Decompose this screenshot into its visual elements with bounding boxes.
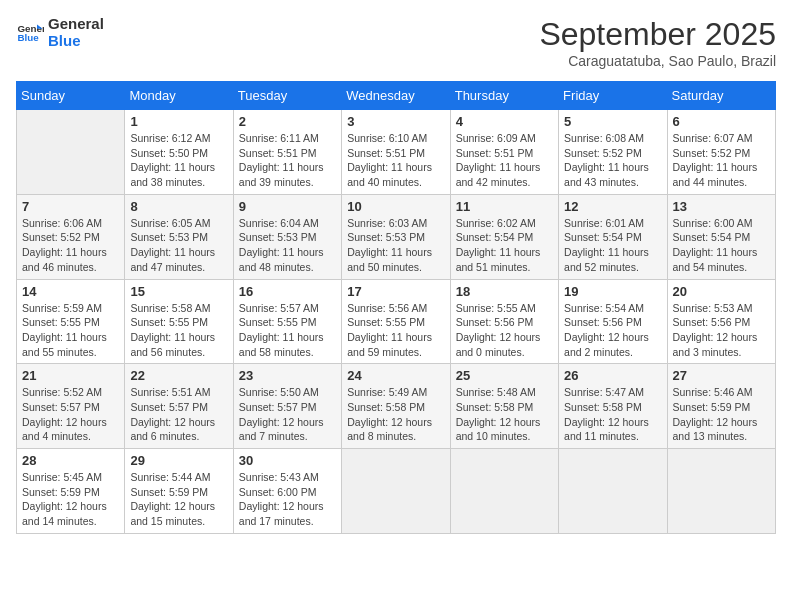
day-number: 5 [564,114,661,129]
day-cell: 3Sunrise: 6:10 AMSunset: 5:51 PMDaylight… [342,110,450,195]
day-cell: 25Sunrise: 5:48 AMSunset: 5:58 PMDayligh… [450,364,558,449]
day-info: Sunrise: 5:45 AMSunset: 5:59 PMDaylight:… [22,470,119,529]
day-info: Sunrise: 5:49 AMSunset: 5:58 PMDaylight:… [347,385,444,444]
header-monday: Monday [125,82,233,110]
day-cell: 28Sunrise: 5:45 AMSunset: 5:59 PMDayligh… [17,449,125,534]
day-number: 22 [130,368,227,383]
day-info: Sunrise: 6:09 AMSunset: 5:51 PMDaylight:… [456,131,553,190]
header-wednesday: Wednesday [342,82,450,110]
day-info: Sunrise: 5:53 AMSunset: 5:56 PMDaylight:… [673,301,770,360]
day-cell: 1Sunrise: 6:12 AMSunset: 5:50 PMDaylight… [125,110,233,195]
day-number: 8 [130,199,227,214]
day-cell: 6Sunrise: 6:07 AMSunset: 5:52 PMDaylight… [667,110,775,195]
day-number: 29 [130,453,227,468]
week-row-1: 1Sunrise: 6:12 AMSunset: 5:50 PMDaylight… [17,110,776,195]
day-info: Sunrise: 5:58 AMSunset: 5:55 PMDaylight:… [130,301,227,360]
day-number: 19 [564,284,661,299]
day-number: 4 [456,114,553,129]
header-thursday: Thursday [450,82,558,110]
day-number: 23 [239,368,336,383]
svg-text:Blue: Blue [17,32,39,43]
day-cell: 27Sunrise: 5:46 AMSunset: 5:59 PMDayligh… [667,364,775,449]
logo-icon: General Blue [16,19,44,47]
day-cell: 8Sunrise: 6:05 AMSunset: 5:53 PMDaylight… [125,194,233,279]
day-cell: 18Sunrise: 5:55 AMSunset: 5:56 PMDayligh… [450,279,558,364]
day-cell [342,449,450,534]
day-number: 24 [347,368,444,383]
header-friday: Friday [559,82,667,110]
day-cell: 20Sunrise: 5:53 AMSunset: 5:56 PMDayligh… [667,279,775,364]
day-cell [667,449,775,534]
day-info: Sunrise: 6:07 AMSunset: 5:52 PMDaylight:… [673,131,770,190]
day-cell: 2Sunrise: 6:11 AMSunset: 5:51 PMDaylight… [233,110,341,195]
day-info: Sunrise: 6:04 AMSunset: 5:53 PMDaylight:… [239,216,336,275]
day-number: 16 [239,284,336,299]
day-info: Sunrise: 5:52 AMSunset: 5:57 PMDaylight:… [22,385,119,444]
day-number: 15 [130,284,227,299]
day-cell: 16Sunrise: 5:57 AMSunset: 5:55 PMDayligh… [233,279,341,364]
day-info: Sunrise: 6:08 AMSunset: 5:52 PMDaylight:… [564,131,661,190]
day-cell: 14Sunrise: 5:59 AMSunset: 5:55 PMDayligh… [17,279,125,364]
location-subtitle: Caraguatatuba, Sao Paulo, Brazil [539,53,776,69]
day-info: Sunrise: 5:57 AMSunset: 5:55 PMDaylight:… [239,301,336,360]
title-block: September 2025 Caraguatatuba, Sao Paulo,… [539,16,776,69]
header-tuesday: Tuesday [233,82,341,110]
month-title: September 2025 [539,16,776,53]
header-saturday: Saturday [667,82,775,110]
day-number: 18 [456,284,553,299]
day-info: Sunrise: 6:11 AMSunset: 5:51 PMDaylight:… [239,131,336,190]
day-cell: 23Sunrise: 5:50 AMSunset: 5:57 PMDayligh… [233,364,341,449]
week-row-3: 14Sunrise: 5:59 AMSunset: 5:55 PMDayligh… [17,279,776,364]
day-info: Sunrise: 5:56 AMSunset: 5:55 PMDaylight:… [347,301,444,360]
day-info: Sunrise: 6:12 AMSunset: 5:50 PMDaylight:… [130,131,227,190]
day-info: Sunrise: 5:43 AMSunset: 6:00 PMDaylight:… [239,470,336,529]
day-info: Sunrise: 6:03 AMSunset: 5:53 PMDaylight:… [347,216,444,275]
week-row-5: 28Sunrise: 5:45 AMSunset: 5:59 PMDayligh… [17,449,776,534]
day-cell: 26Sunrise: 5:47 AMSunset: 5:58 PMDayligh… [559,364,667,449]
day-number: 10 [347,199,444,214]
calendar-table: SundayMondayTuesdayWednesdayThursdayFrid… [16,81,776,534]
day-cell: 17Sunrise: 5:56 AMSunset: 5:55 PMDayligh… [342,279,450,364]
day-number: 28 [22,453,119,468]
day-info: Sunrise: 5:55 AMSunset: 5:56 PMDaylight:… [456,301,553,360]
day-info: Sunrise: 5:48 AMSunset: 5:58 PMDaylight:… [456,385,553,444]
header-sunday: Sunday [17,82,125,110]
day-info: Sunrise: 5:46 AMSunset: 5:59 PMDaylight:… [673,385,770,444]
week-row-4: 21Sunrise: 5:52 AMSunset: 5:57 PMDayligh… [17,364,776,449]
day-number: 9 [239,199,336,214]
day-cell: 4Sunrise: 6:09 AMSunset: 5:51 PMDaylight… [450,110,558,195]
day-info: Sunrise: 6:02 AMSunset: 5:54 PMDaylight:… [456,216,553,275]
day-cell: 5Sunrise: 6:08 AMSunset: 5:52 PMDaylight… [559,110,667,195]
day-cell: 21Sunrise: 5:52 AMSunset: 5:57 PMDayligh… [17,364,125,449]
week-row-2: 7Sunrise: 6:06 AMSunset: 5:52 PMDaylight… [17,194,776,279]
day-number: 26 [564,368,661,383]
day-info: Sunrise: 6:10 AMSunset: 5:51 PMDaylight:… [347,131,444,190]
page-header: General Blue General Blue September 2025… [16,16,776,69]
day-number: 27 [673,368,770,383]
day-cell: 10Sunrise: 6:03 AMSunset: 5:53 PMDayligh… [342,194,450,279]
day-info: Sunrise: 5:59 AMSunset: 5:55 PMDaylight:… [22,301,119,360]
day-number: 1 [130,114,227,129]
day-cell: 9Sunrise: 6:04 AMSunset: 5:53 PMDaylight… [233,194,341,279]
day-number: 2 [239,114,336,129]
day-info: Sunrise: 5:44 AMSunset: 5:59 PMDaylight:… [130,470,227,529]
day-info: Sunrise: 5:51 AMSunset: 5:57 PMDaylight:… [130,385,227,444]
day-cell: 13Sunrise: 6:00 AMSunset: 5:54 PMDayligh… [667,194,775,279]
day-number: 11 [456,199,553,214]
day-number: 7 [22,199,119,214]
day-info: Sunrise: 6:00 AMSunset: 5:54 PMDaylight:… [673,216,770,275]
day-number: 25 [456,368,553,383]
day-number: 20 [673,284,770,299]
day-info: Sunrise: 6:06 AMSunset: 5:52 PMDaylight:… [22,216,119,275]
day-cell: 15Sunrise: 5:58 AMSunset: 5:55 PMDayligh… [125,279,233,364]
day-info: Sunrise: 5:47 AMSunset: 5:58 PMDaylight:… [564,385,661,444]
day-number: 12 [564,199,661,214]
day-info: Sunrise: 5:50 AMSunset: 5:57 PMDaylight:… [239,385,336,444]
day-info: Sunrise: 5:54 AMSunset: 5:56 PMDaylight:… [564,301,661,360]
day-cell: 19Sunrise: 5:54 AMSunset: 5:56 PMDayligh… [559,279,667,364]
day-cell: 22Sunrise: 5:51 AMSunset: 5:57 PMDayligh… [125,364,233,449]
day-cell [559,449,667,534]
day-cell: 30Sunrise: 5:43 AMSunset: 6:00 PMDayligh… [233,449,341,534]
day-cell: 7Sunrise: 6:06 AMSunset: 5:52 PMDaylight… [17,194,125,279]
day-cell [450,449,558,534]
